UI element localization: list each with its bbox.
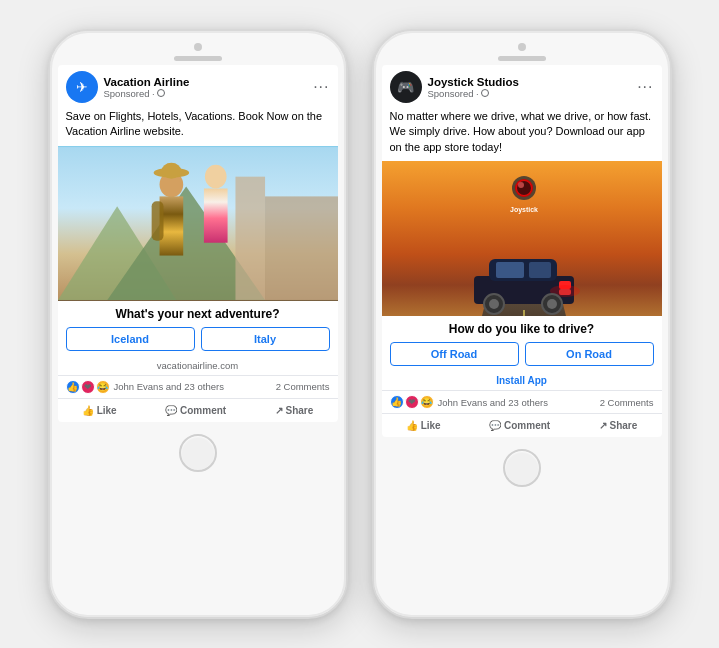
ad-image-left [58, 146, 338, 301]
svg-point-23 [489, 299, 499, 309]
ad-image-right: Joystick [382, 161, 662, 316]
screen-left: ✈ Vacation Airline Sponsored · ··· Save … [58, 65, 338, 422]
more-button-left[interactable]: ··· [313, 79, 329, 95]
car-illustration: Joystick [382, 161, 662, 316]
ad-header-left: ✈ Vacation Airline Sponsored · ··· [58, 65, 338, 109]
phone-top-left [50, 31, 346, 61]
home-button-left[interactable] [179, 434, 217, 472]
poll-question-left: What's your next adventure? [66, 307, 330, 321]
svg-rect-3 [235, 176, 265, 299]
phone-top-right [374, 31, 670, 61]
haha-emoji-right: 😂 [420, 395, 434, 409]
svg-point-11 [161, 163, 181, 179]
poll-option-onroad[interactable]: On Road [525, 342, 654, 366]
svg-rect-4 [265, 196, 338, 300]
svg-point-30 [516, 180, 532, 196]
poll-options-left[interactable]: Iceland Italy [66, 327, 330, 351]
share-button-right[interactable]: ↗ Share [593, 418, 644, 433]
fb-ad-right: 🎮 Joystick Studios Sponsored · ··· No ma… [382, 65, 662, 437]
fb-ad-left: ✈ Vacation Airline Sponsored · ··· Save … [58, 65, 338, 422]
svg-rect-7 [151, 201, 163, 240]
like-icon-left: 👍 [82, 405, 94, 416]
poll-option-iceland[interactable]: Iceland [66, 327, 195, 351]
ad-text-left: Save on Flights, Hotels, Vacations. Book… [58, 109, 338, 146]
ad-header-info-right: Joystick Studios Sponsored · [428, 76, 632, 99]
share-icon-left: ↗ [275, 405, 283, 416]
svg-rect-9 [203, 188, 227, 242]
reaction-emojis-left: 👍 ❤ 😂 [66, 380, 110, 394]
ad-brand-left: Vacation Airline [104, 76, 308, 88]
like-emoji: 👍 [66, 380, 80, 394]
svg-point-8 [204, 165, 226, 189]
comment-button-right[interactable]: 💬 Comment [483, 418, 556, 433]
comment-icon-left: 💬 [165, 405, 177, 416]
ad-header-info-left: Vacation Airline Sponsored · [104, 76, 308, 99]
reaction-emojis-right: 👍 ❤ 😂 [390, 395, 434, 409]
svg-rect-17 [496, 262, 524, 278]
like-icon-right: 👍 [406, 420, 418, 431]
phone-shell-left: ✈ Vacation Airline Sponsored · ··· Save … [48, 29, 348, 619]
ad-reactions-left: 👍 ❤ 😂 John Evans and 23 others 2 Comment… [58, 375, 338, 398]
screen-right: 🎮 Joystick Studios Sponsored · ··· No ma… [382, 65, 662, 437]
ad-brand-right: Joystick Studios [428, 76, 632, 88]
svg-point-25 [547, 299, 557, 309]
ad-actions-left: 👍 Like 💬 Comment ↗ Share [58, 398, 338, 422]
poll-option-offroad[interactable]: Off Road [390, 342, 519, 366]
ad-poll-right: How do you like to drive? Off Road On Ro… [382, 316, 662, 372]
ad-sponsored-right: Sponsored · [428, 88, 632, 99]
plane-icon: ✈ [76, 79, 88, 95]
phone-left: ✈ Vacation Airline Sponsored · ··· Save … [48, 29, 348, 619]
comment-button-left[interactable]: 💬 Comment [159, 403, 232, 418]
ad-reactions-right: 👍 ❤ 😂 John Evans and 23 others 2 Comment… [382, 390, 662, 413]
poll-question-right: How do you like to drive? [390, 322, 654, 336]
like-emoji-right: 👍 [390, 395, 404, 409]
speaker-left [174, 56, 222, 61]
reactions-text-right: John Evans and 23 others [438, 397, 548, 408]
ad-sponsored-left: Sponsored · [104, 88, 308, 99]
heart-emoji-right: ❤ [405, 395, 419, 409]
poll-options-right[interactable]: Off Road On Road [390, 342, 654, 366]
joystick-icon: 🎮 [397, 79, 414, 95]
ad-avatar-right: 🎮 [390, 71, 422, 103]
like-button-left[interactable]: 👍 Like [76, 403, 123, 418]
sponsored-text-left: Sponsored · [104, 88, 155, 99]
home-button-right[interactable] [503, 449, 541, 487]
sponsored-text-right: Sponsored · [428, 88, 479, 99]
phone-shell-right: 🎮 Joystick Studios Sponsored · ··· No ma… [372, 29, 672, 619]
heart-emoji: ❤ [81, 380, 95, 394]
globe-icon-left [157, 89, 165, 97]
ad-avatar-left: ✈ [66, 71, 98, 103]
more-button-right[interactable]: ··· [637, 79, 653, 95]
ad-poll-left: What's your next adventure? Iceland Ital… [58, 301, 338, 357]
comments-count-left[interactable]: 2 Comments [276, 381, 330, 392]
ad-header-right: 🎮 Joystick Studios Sponsored · ··· [382, 65, 662, 109]
phone-bottom-right [374, 441, 670, 493]
front-camera-left [194, 43, 202, 51]
comments-count-right[interactable]: 2 Comments [600, 397, 654, 408]
ad-text-right: No matter where we drive, what we drive,… [382, 109, 662, 161]
ad-install-right[interactable]: Install App [382, 372, 662, 390]
travel-illustration [58, 146, 338, 301]
reactions-text-left: John Evans and 23 others [114, 381, 224, 392]
speaker-right [498, 56, 546, 61]
svg-text:Joystick: Joystick [509, 206, 537, 214]
svg-rect-18 [529, 262, 551, 278]
haha-emoji: 😂 [96, 380, 110, 394]
ad-link-left[interactable]: vacationairline.com [58, 357, 338, 375]
share-icon-right: ↗ [599, 420, 607, 431]
globe-icon-right [481, 89, 489, 97]
comment-icon-right: 💬 [489, 420, 501, 431]
share-button-left[interactable]: ↗ Share [269, 403, 320, 418]
poll-option-italy[interactable]: Italy [201, 327, 330, 351]
like-button-right[interactable]: 👍 Like [400, 418, 447, 433]
front-camera-right [518, 43, 526, 51]
phone-right: 🎮 Joystick Studios Sponsored · ··· No ma… [372, 29, 672, 619]
phone-bottom-left [50, 426, 346, 478]
ad-actions-right: 👍 Like 💬 Comment ↗ Share [382, 413, 662, 437]
